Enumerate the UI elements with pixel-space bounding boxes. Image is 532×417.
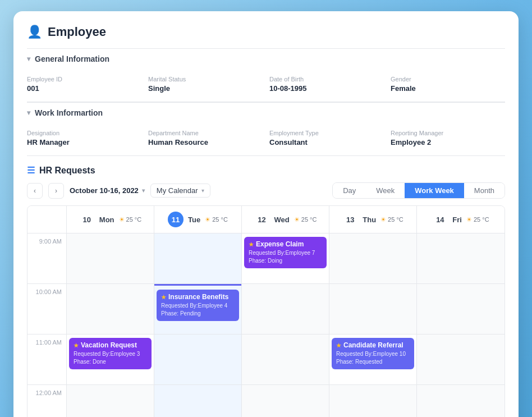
sun-icon: ☀ xyxy=(205,216,210,223)
event-meta: Requested By:Employee 7 Phase: Doing xyxy=(249,249,322,265)
prev-nav-button[interactable]: ‹ xyxy=(27,183,43,199)
day-header-tue: 11 Tue ☀ 25 °C xyxy=(154,206,242,233)
cell-12am-fri xyxy=(417,385,505,417)
cell-12am-thu xyxy=(329,385,417,417)
sun-icon: ☀ xyxy=(119,216,125,223)
cell-9am-mon xyxy=(67,233,154,283)
chevron-down-icon: ▾ xyxy=(142,187,145,194)
weather-mon: ☀ 25 °C xyxy=(119,216,142,223)
reporting-manager-field: Reporting Manager Employee 2 xyxy=(391,130,505,146)
employee-card: 👤 Employee ▾ General Information Employe… xyxy=(13,11,519,417)
time-label-9am: 9:00 AM xyxy=(27,233,67,283)
star-icon: ★ xyxy=(336,342,341,349)
cell-9am-thu xyxy=(329,233,417,283)
work-info-grid: Designation HR Manager Department Name H… xyxy=(27,123,505,156)
time-row-12am: 12:00 AM xyxy=(27,385,505,417)
cell-11am-mon: ★ Vacation Request Requested By:Employee… xyxy=(67,334,154,384)
employee-id-field: Employee ID 001 xyxy=(27,76,141,93)
tab-day[interactable]: Day xyxy=(333,183,366,198)
cell-10am-mon xyxy=(67,284,154,334)
day-number-mon: 10 xyxy=(79,212,95,227)
vacation-request-event[interactable]: ★ Vacation Request Requested By:Employee… xyxy=(69,338,152,369)
star-icon: ★ xyxy=(249,241,254,248)
general-info-grid: Employee ID 001 Marital Status Single Da… xyxy=(27,69,505,102)
cell-9am-wed: ★ Expense Claim Requested By:Employee 7 … xyxy=(242,233,329,283)
list-icon: ☰ xyxy=(27,165,35,176)
cell-10am-wed xyxy=(242,284,329,334)
chevron-down-icon: ▾ xyxy=(27,109,30,117)
day-number-fri: 14 xyxy=(432,212,448,227)
weather-wed: ☀ 25 °C xyxy=(294,216,317,223)
event-title: ★ Expense Claim xyxy=(249,240,322,248)
time-row-11am: 11:00 AM ★ Vacation Request Requested By… xyxy=(27,334,505,385)
insurance-benefits-event[interactable]: ★ Insurance Benefits Requested By:Employ… xyxy=(157,290,239,321)
cell-12am-tue xyxy=(154,385,242,417)
cell-12am-wed xyxy=(242,385,329,417)
event-meta: Requested By:Employee 4 Phase: Pending xyxy=(161,302,235,318)
cell-11am-wed xyxy=(242,334,329,384)
tab-week[interactable]: Week xyxy=(366,183,405,198)
cell-10am-tue: ★ Insurance Benefits Requested By:Employ… xyxy=(154,284,242,334)
time-column-header xyxy=(27,206,67,233)
page-title: Employee xyxy=(48,25,106,39)
marital-status-field: Marital Status Single xyxy=(148,76,263,93)
star-icon: ★ xyxy=(74,342,79,349)
time-label-12am: 12:00 AM xyxy=(27,385,67,417)
chevron-down-icon: ▾ xyxy=(201,187,204,194)
cell-9am-tue xyxy=(154,233,242,283)
day-number-thu: 13 xyxy=(342,212,358,227)
gender-field: Gender Female xyxy=(391,76,505,93)
general-info-section[interactable]: ▾ General Information xyxy=(27,48,505,69)
expense-claim-event[interactable]: ★ Expense Claim Requested By:Employee 7 … xyxy=(244,237,327,268)
cell-10am-fri xyxy=(417,284,505,334)
work-info-section[interactable]: ▾ Work Informartion xyxy=(27,102,505,123)
event-meta: Requested By:Employee 10 Phase: Requeste… xyxy=(336,350,410,366)
page-header: 👤 Employee xyxy=(27,25,505,39)
day-header-wed: 12 Wed ☀ 25 °C xyxy=(242,206,329,233)
day-number-wed: 12 xyxy=(254,212,270,227)
hr-requests-header: ☰ HR Requests xyxy=(27,165,505,176)
weather-tue: ☀ 25 °C xyxy=(205,216,228,223)
cell-11am-fri xyxy=(417,334,505,384)
person-icon: 👤 xyxy=(27,25,42,39)
department-name-field: Department Name Human Resource xyxy=(148,130,263,146)
next-nav-button[interactable]: › xyxy=(48,183,64,199)
time-label-10am: 10:00 AM xyxy=(27,284,67,334)
star-icon: ★ xyxy=(161,294,166,300)
employment-type-field: Employment Type Consultant xyxy=(269,130,384,146)
time-row-10am: 10:00 AM ★ Insurance Benefits Requested … xyxy=(27,284,505,334)
tab-workweek[interactable]: Work Week xyxy=(405,183,464,198)
weather-fri: ☀ 25 °C xyxy=(466,216,489,223)
event-title: ★ Insurance Benefits xyxy=(161,293,235,301)
sun-icon: ☀ xyxy=(380,216,386,223)
sun-icon: ☀ xyxy=(294,216,300,223)
day-header-mon: 10 Mon ☀ 25 °C xyxy=(67,206,154,233)
cell-11am-tue xyxy=(154,334,242,384)
event-title: ★ Candidate Referral xyxy=(336,341,410,349)
cell-12am-mon xyxy=(67,385,154,417)
day-number-tue: 11 xyxy=(168,212,184,227)
cell-9am-fri xyxy=(417,233,505,283)
view-tabs: Day Week Work Week Month xyxy=(332,182,505,199)
date-of-birth-field: Date of Birth 10-08-1995 xyxy=(269,76,384,93)
designation-field: Designation HR Manager xyxy=(27,130,141,146)
cell-10am-thu xyxy=(329,284,417,334)
tab-month[interactable]: Month xyxy=(464,183,505,198)
weather-thu: ☀ 25 °C xyxy=(380,216,403,223)
cell-11am-thu: ★ Candidate Referral Requested By:Employ… xyxy=(329,334,417,384)
date-range-picker[interactable]: October 10-16, 2022 ▾ xyxy=(70,186,145,195)
day-header-thu: 13 Thu ☀ 25 °C xyxy=(329,206,417,233)
calendar-toolbar: ‹ › October 10-16, 2022 ▾ My Calendar ▾ … xyxy=(27,182,505,199)
time-label-11am: 11:00 AM xyxy=(27,334,67,384)
calendar-picker-dropdown[interactable]: My Calendar ▾ xyxy=(150,184,210,198)
sun-icon: ☀ xyxy=(466,216,472,223)
calendar-grid: 10 Mon ☀ 25 °C 11 Tue ☀ 25 °C 12 Wed xyxy=(27,205,505,417)
event-meta: Requested By:Employee 3 Phase: Done xyxy=(74,350,147,366)
chevron-down-icon: ▾ xyxy=(27,55,30,63)
event-title: ★ Vacation Request xyxy=(74,341,147,349)
time-row-9am: 9:00 AM ★ Expense Claim Requested By:Emp… xyxy=(27,233,505,284)
day-header-fri: 14 Fri ☀ 25 °C xyxy=(417,206,505,233)
calendar-header-row: 10 Mon ☀ 25 °C 11 Tue ☀ 25 °C 12 Wed xyxy=(27,206,505,233)
candidate-referral-event[interactable]: ★ Candidate Referral Requested By:Employ… xyxy=(332,338,414,369)
